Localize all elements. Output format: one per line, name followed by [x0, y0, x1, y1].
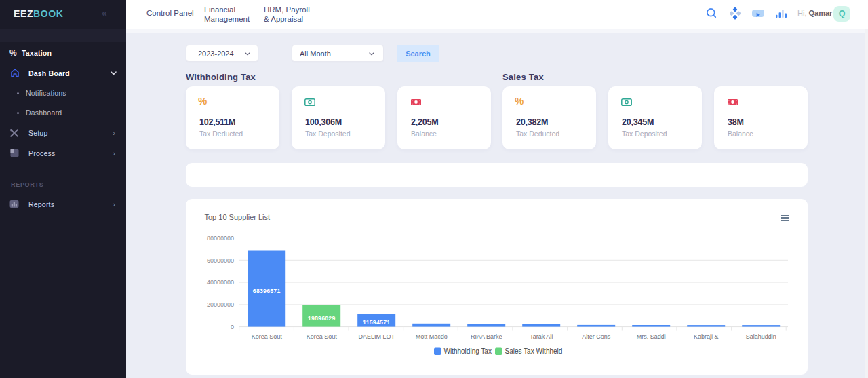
svg-text:20000000: 20000000 [207, 301, 234, 308]
svg-text:19896029: 19896029 [308, 315, 336, 322]
svg-text:80000000: 80000000 [207, 235, 234, 242]
svg-text:Sales Tax Withheld: Sales Tax Withheld [505, 347, 563, 355]
svg-text:68396571: 68396571 [253, 288, 281, 295]
svg-text:40000000: 40000000 [207, 279, 234, 286]
svg-text:0: 0 [231, 324, 234, 330]
svg-text:Withholding Tax: Withholding Tax [444, 347, 492, 355]
svg-text:60000000: 60000000 [207, 257, 234, 264]
svg-text:Tarak Ali: Tarak Ali [530, 333, 553, 340]
svg-text:11594571: 11594571 [363, 319, 390, 326]
svg-text:Mrs. Saddi: Mrs. Saddi [637, 333, 666, 340]
svg-text:Salahuddin: Salahuddin [746, 333, 776, 340]
svg-text:Alter Cons: Alter Cons [582, 333, 611, 340]
svg-text:RIAA Barke: RIAA Barke [471, 333, 502, 340]
svg-text:Korea Sout: Korea Sout [307, 333, 338, 340]
svg-text:DAELIM LOT: DAELIM LOT [358, 333, 395, 340]
svg-text:Korea Sout: Korea Sout [252, 333, 283, 340]
svg-text:Kabraji &: Kabraji & [694, 333, 719, 340]
svg-text:Mott Macdo: Mott Macdo [416, 333, 448, 340]
